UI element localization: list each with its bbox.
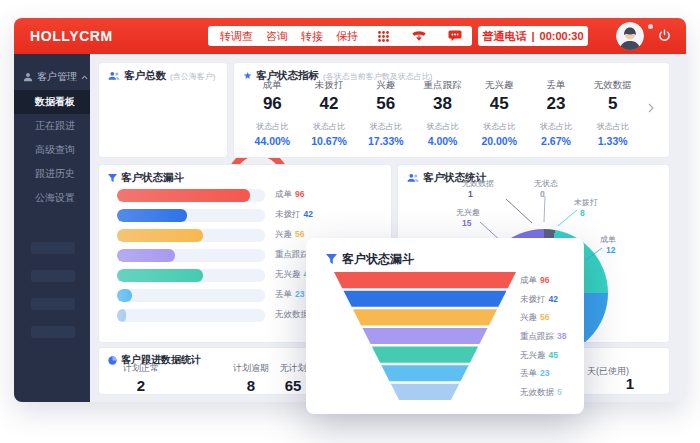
funnel-bar bbox=[117, 229, 203, 242]
pie-slice-label-4: 无兴趣15 bbox=[456, 208, 480, 229]
metric-percent: 20.00% bbox=[471, 135, 528, 147]
hangup-phone-icon[interactable] bbox=[411, 30, 427, 43]
pie-slice-value: 15 bbox=[456, 218, 480, 229]
followup-partial-value: 1 bbox=[617, 375, 643, 392]
total-panel-title: 客户总数 bbox=[124, 69, 166, 83]
metric-value: 38 bbox=[414, 94, 471, 114]
funnel-bar bbox=[117, 209, 187, 222]
metric-label: 未拨打 bbox=[301, 79, 358, 92]
pie-slice-value: 1 bbox=[462, 189, 494, 200]
chevron-up-icon bbox=[81, 75, 88, 80]
chat-bubble-icon[interactable] bbox=[448, 30, 462, 42]
metric-value: 42 bbox=[301, 94, 358, 114]
funnel-bar-track bbox=[117, 269, 265, 282]
pie-slice-name: 无状态 bbox=[534, 179, 558, 189]
metric-ratio-label: 状态占比 bbox=[414, 121, 471, 132]
funnel-bar-value: 56 bbox=[295, 229, 304, 239]
metric-value: 96 bbox=[244, 94, 301, 114]
sidebar-item-3[interactable]: 跟进历史 bbox=[14, 162, 90, 186]
phone-tool-group bbox=[366, 26, 472, 46]
followup-column-0: 计划正常2 bbox=[106, 362, 176, 394]
funnel-bar-track bbox=[117, 189, 265, 202]
pie-slice-value: 12 bbox=[600, 245, 616, 256]
pie-slice-label-0: 无效数据1 bbox=[462, 179, 494, 200]
followup-value: 2 bbox=[106, 377, 176, 394]
funnel-bar-row-2: 兴趣56 bbox=[117, 229, 304, 242]
call-action-button-0[interactable]: 转调查 bbox=[220, 29, 253, 44]
call-action-button-3[interactable]: 保持 bbox=[336, 29, 358, 44]
funnel-bar-label: 成单96 bbox=[275, 189, 304, 201]
modal-funnel-label-6: 无效数据5 bbox=[520, 387, 562, 399]
modal-funnel-value: 5 bbox=[557, 387, 562, 397]
modal-funnel-segment-0 bbox=[334, 272, 516, 288]
funnel-bar-value: 96 bbox=[295, 189, 304, 199]
funnel-bar bbox=[117, 189, 250, 202]
funnel-icon bbox=[108, 174, 117, 183]
modal-funnel-label-5: 丢单23 bbox=[520, 368, 549, 380]
funnel-panel-title: 客户状态漏斗 bbox=[121, 171, 184, 185]
status-metrics-panel: ★ 客户状态指标 (各状态当前客户数及状态占比) 成单96状态占比44.00%未… bbox=[233, 62, 670, 158]
metric-label: 无兴趣 bbox=[471, 79, 528, 92]
metric-column-4: 无兴趣45状态占比20.00% bbox=[471, 79, 528, 147]
call-action-group: 转调查咨询转接保持 bbox=[208, 26, 370, 46]
pie-slice-label-1: 无状态0 bbox=[534, 179, 558, 200]
crm-dashboard-page: HOLLYCRM 转调查咨询转接保持 bbox=[0, 0, 700, 443]
funnel-bar-value: 42 bbox=[304, 209, 313, 219]
funnel-bar bbox=[117, 269, 203, 282]
sidebar-item-4[interactable]: 公海设置 bbox=[14, 186, 90, 210]
funnel-bar-row-5: 丢单23 bbox=[117, 289, 304, 302]
modal-funnel-value: 45 bbox=[549, 350, 558, 360]
pie-slice-label-2: 未拨打8 bbox=[574, 198, 598, 219]
pie-leader-line bbox=[506, 199, 532, 223]
metric-percent: 17.33% bbox=[357, 135, 414, 147]
presence-dot bbox=[648, 24, 653, 29]
sidebar-menu: 数据看板正在跟进高级查询跟进历史公海设置 bbox=[14, 90, 90, 210]
sidebar-skeleton-item bbox=[31, 270, 75, 282]
metric-percent: 10.67% bbox=[301, 135, 358, 147]
power-icon[interactable] bbox=[658, 29, 671, 42]
metric-percent: 4.00% bbox=[414, 135, 471, 147]
funnel-bar-row-0: 成单96 bbox=[117, 189, 304, 202]
funnel-bar-label: 丢单23 bbox=[275, 289, 304, 301]
pie-slice-name: 未拨打 bbox=[574, 198, 598, 208]
sidebar-skeleton-item bbox=[31, 298, 75, 310]
metrics-columns: 成单96状态占比44.00%未拨打42状态占比10.67%兴趣56状态占比17.… bbox=[244, 79, 641, 147]
call-action-button-2[interactable]: 转接 bbox=[301, 29, 323, 44]
chevron-right-icon[interactable] bbox=[648, 103, 654, 113]
metric-label: 丢单 bbox=[528, 79, 585, 92]
user-icon bbox=[23, 72, 33, 82]
metric-label: 兴趣 bbox=[357, 79, 414, 92]
modal-funnel-segment-5 bbox=[381, 365, 468, 381]
modal-funnel-label-4: 无兴趣45 bbox=[520, 350, 558, 362]
modal-funnel-label-0: 成单96 bbox=[520, 275, 549, 287]
modal-funnel-chart bbox=[330, 272, 520, 400]
modal-funnel-segment-3 bbox=[362, 328, 487, 344]
sidebar-item-2[interactable]: 高级查询 bbox=[14, 138, 90, 162]
pie-slice-name: 无效数据 bbox=[462, 179, 494, 189]
metric-ratio-label: 状态占比 bbox=[528, 121, 585, 132]
sidebar-item-1[interactable]: 正在跟进 bbox=[14, 114, 90, 138]
sidebar-item-0[interactable]: 数据看板 bbox=[14, 90, 90, 114]
pie-slice-name: 成单 bbox=[600, 235, 616, 245]
modal-funnel-label-3: 重点跟踪38 bbox=[520, 331, 566, 343]
dialpad-icon[interactable] bbox=[377, 30, 390, 43]
call-action-button-1[interactable]: 咨询 bbox=[266, 29, 288, 44]
modal-funnel-value: 42 bbox=[549, 294, 558, 304]
sidebar-group-customer-mgmt[interactable]: 客户管理 bbox=[14, 68, 90, 86]
call-timer: 00:00:30 bbox=[540, 30, 584, 42]
funnel-bar-row-3: 重点跟踪38 bbox=[117, 249, 321, 262]
funnel-bar-track bbox=[117, 309, 265, 322]
sidebar-group-label: 客户管理 bbox=[37, 70, 77, 84]
user-avatar[interactable] bbox=[616, 22, 644, 50]
metric-column-6: 无效数据5状态占比1.33% bbox=[584, 79, 641, 147]
modal-funnel-value: 38 bbox=[557, 331, 566, 341]
sidebar: 客户管理 数据看板正在跟进高级查询跟进历史公海设置 bbox=[14, 54, 90, 402]
funnel-bar-row-6: 无效数据5 bbox=[117, 309, 317, 322]
funnel-bar-label: 兴趣56 bbox=[275, 229, 304, 241]
call-type-label: 普通电话 bbox=[482, 29, 526, 44]
metric-column-2: 兴趣56状态占比17.33% bbox=[357, 79, 414, 147]
funnel-bar-row-4: 无兴趣45 bbox=[117, 269, 313, 282]
app-logo: HOLLYCRM bbox=[30, 28, 113, 44]
metric-label: 重点跟踪 bbox=[414, 79, 471, 92]
people-icon bbox=[108, 71, 120, 81]
